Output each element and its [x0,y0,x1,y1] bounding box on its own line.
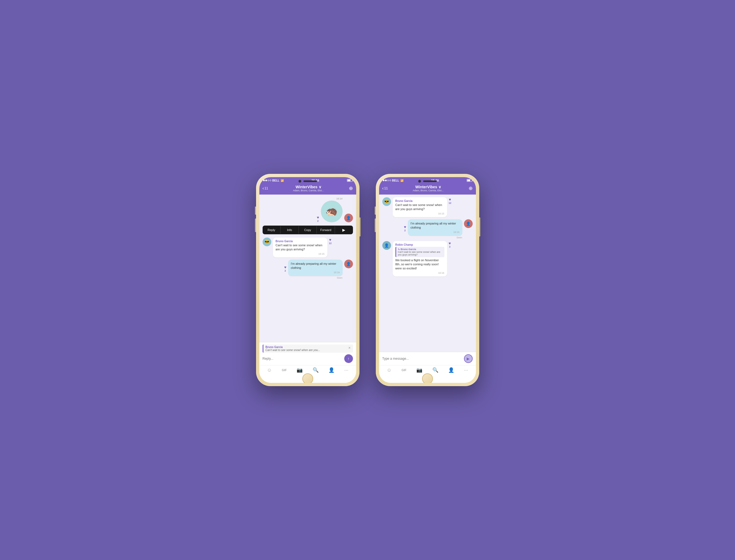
power-btn[interactable] [359,217,361,236]
volume-down-btn-2[interactable] [375,219,376,232]
emoji-button[interactable]: ☺ [267,367,272,373]
signal-dot-2-3 [387,180,389,181]
signal-dot-1 [263,180,265,181]
contact-button-2[interactable]: 👤 [448,367,454,373]
back-arrow-icon-2: ‹ [382,186,384,191]
robin-reaction: ♥ 3 [449,241,451,248]
bruno-avatar-2: 😎 [382,197,391,206]
signal-dot-3 [267,180,269,181]
phone2-chat-area[interactable]: 😎 Bruno Garcia Can't wait to see some sn… [379,195,476,352]
search-button[interactable]: 🔍 [313,367,319,373]
bruno-reaction: ♥ 12 [329,238,332,245]
bruno-sender-name-2: Bruno Garcia [395,199,444,202]
outgoing-bubble-2[interactable]: I'm already preparing all my winter clot… [408,219,462,236]
user-avatar-2: 👤 [344,260,353,268]
outgoing-message-time-2: 16:16 [411,231,460,233]
back-count-2: 11 [384,186,388,190]
search-button-2[interactable]: 🔍 [432,367,438,373]
outgoing-message-text-2: I'm already preparing all my winter clot… [411,221,460,230]
carrier-label: BELL [272,179,279,182]
close-reply-button[interactable]: × [348,346,350,350]
robin-reaction-count: 3 [449,245,450,248]
outgoing-bubble[interactable]: I'm already preparing all my winter clot… [288,260,343,276]
gif-button[interactable]: GIF [282,368,287,372]
back-button-2[interactable]: ‹ 11 [382,186,388,191]
wifi-icon-2: 📶 [400,179,404,182]
context-menu: Reply Info Copy Forward ▶ [263,226,353,234]
battery-icon-2 [467,179,472,182]
bruno-sender-name: Bruno Garcia [276,240,325,243]
nav-center-2: WinterVibes ∨ Adam, Bruno, Camiia, Eloi.… [390,185,466,192]
battery-fill-2 [467,180,470,181]
input-bar-2: ▶ [379,352,476,365]
nav-right-2: ⊕ [469,185,473,191]
robin-quote-text: Can't wait to see some snow! when are yo… [398,251,443,256]
back-button[interactable]: ‹ 11 [263,186,268,191]
contact-button[interactable]: 👤 [328,367,334,373]
message-input-2[interactable] [382,357,462,361]
back-count: 11 [265,186,268,190]
seen-indicator-2: Seen [408,236,462,239]
more-button-2[interactable]: ··· [464,367,468,373]
user-avatar-3: 👤 [464,219,473,228]
home-indicator-2 [379,375,476,383]
message-row-robin: 👤 Robin Champ ↳ Bruno Garcia Can't wait … [382,241,473,276]
camera-button[interactable]: 📷 [297,367,303,373]
send-button[interactable]: ↑ [344,354,353,363]
chat-title-2[interactable]: WinterVibes ∨ [390,185,466,189]
phone1-chat-area[interactable]: ♥ 2 16:14 🦔 👤 Reply Info Copy Forward ▶ [259,195,356,342]
chat-subtitle: Adam, Bruno, Camiia, Eloi... [270,189,346,192]
heart-icon-outgoing-2[interactable]: ♥ [404,225,406,229]
context-play-button[interactable]: ▶ [335,226,353,234]
context-reply-button[interactable]: Reply [263,226,281,234]
bruno-bubble[interactable]: Bruno Garcia Can't wait to see some snow… [273,238,327,257]
camera-button-2[interactable]: 📷 [416,367,422,373]
message-row-bruno-2: 😎 Bruno Garcia Can't wait to see some sn… [382,197,473,217]
wifi-icon: 📶 [281,179,284,182]
send-button-2[interactable]: ▶ [464,354,473,363]
context-forward-button[interactable]: Forward [317,226,335,234]
gif-button-2[interactable]: GIF [401,368,406,372]
emoji-button-2[interactable]: ☺ [387,367,392,373]
phone1-side-left [255,207,256,232]
more-button[interactable]: ··· [344,367,348,373]
power-btn-2[interactable] [479,217,480,236]
reply-preview-text: Can't wait to see some snow! when are yo… [266,349,320,352]
reply-bar: Bruno Garcia Can't wait to see some snow… [259,342,356,365]
heart-icon-bruno-2[interactable]: ♥ [449,197,451,202]
volume-up-btn-2[interactable] [375,207,376,215]
robin-message-time: 16:16 [395,272,444,274]
outgoing-message-row-2: ♥ 2 I'm already preparing all my winter … [382,219,473,239]
message-input[interactable] [263,357,342,361]
phone1-side-right [359,217,361,236]
status-right-2 [467,179,472,182]
heart-icon-bruno[interactable]: ♥ [329,238,331,242]
signal-dots-2 [383,180,391,181]
context-info-button[interactable]: Info [281,226,299,234]
phone2-side-left [375,207,376,232]
phone2-top-bar [418,180,437,183]
phone2-side-right [479,217,480,236]
heart-reaction-icon[interactable]: ♥ [317,215,319,220]
volume-up-btn[interactable] [255,207,256,215]
bruno-bubble-2[interactable]: Bruno Garcia Can't wait to see some snow… [393,197,447,217]
chat-title[interactable]: WinterVibes ∨ [270,185,346,189]
bruno-reaction-2: ♥ 12 [449,197,451,204]
context-copy-button[interactable]: Copy [299,226,317,234]
battery-icon [347,179,352,182]
home-button-2[interactable] [422,373,433,383]
bruno-message-text-2: Can't wait to see some snow! when are yo… [395,203,444,211]
robin-bubble[interactable]: Robin Champ ↳ Bruno Garcia Can't wait to… [393,241,447,276]
robin-avatar: 👤 [382,241,391,250]
add-contact-button[interactable]: ⊕ [349,185,353,191]
heart-icon-robin[interactable]: ♥ [449,241,451,245]
volume-down-btn[interactable] [255,219,256,232]
outgoing-reaction-2: ♥ 2 [404,225,406,232]
sticker-reaction: ♥ 2 [317,215,319,222]
outgoing-reaction: ♥ 2 [284,265,286,272]
home-button[interactable] [302,373,313,383]
heart-icon-outgoing[interactable]: ♥ [284,265,286,269]
add-contact-button-2[interactable]: ⊕ [469,185,473,191]
outgoing-reaction-count-2: 2 [404,229,406,232]
robin-quote-sender: ↳ Bruno Garcia [398,248,443,251]
